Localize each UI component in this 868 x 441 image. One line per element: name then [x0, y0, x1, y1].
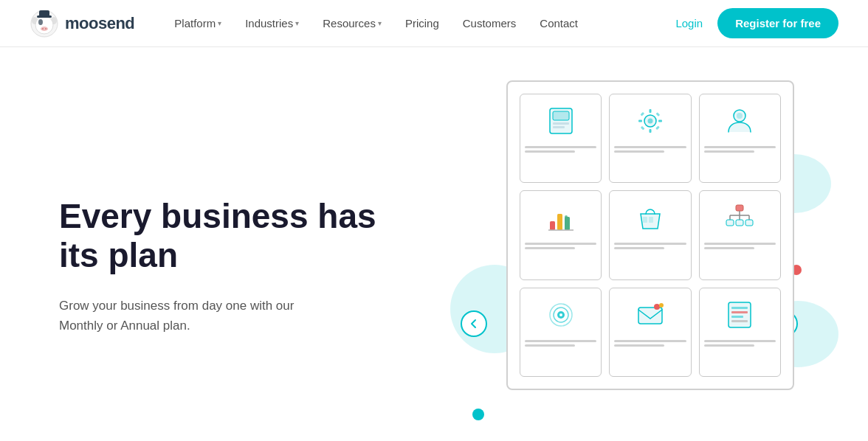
email-lines [614, 340, 686, 347]
content-lines [704, 340, 776, 347]
contacts-lines [704, 146, 776, 153]
line [704, 146, 776, 148]
ecommerce-lines [614, 243, 686, 249]
line [704, 344, 754, 347]
svg-rect-25 [550, 221, 555, 230]
svg-rect-41 [736, 220, 743, 226]
grid-item-analytics [520, 190, 602, 279]
grid-item-contacts [699, 94, 781, 183]
analytics-icon-area [525, 197, 596, 238]
contacts-icon-area [704, 100, 776, 142]
svg-rect-30 [643, 217, 647, 223]
svg-rect-15 [649, 109, 651, 113]
svg-rect-9 [39, 10, 49, 17]
nav-links: Platform ▾ Industries ▾ Resources ▾ Pric… [164, 11, 675, 35]
nav-customers[interactable]: Customers [452, 11, 527, 35]
svg-rect-21 [641, 126, 645, 131]
line [525, 243, 596, 245]
industries-chevron-icon: ▾ [295, 19, 299, 27]
grid-item-targeting [520, 288, 602, 377]
svg-rect-46 [638, 308, 662, 324]
settings-lines [614, 146, 686, 153]
svg-rect-26 [557, 214, 562, 230]
grid-item-content [699, 288, 781, 377]
line [525, 146, 596, 148]
login-link[interactable]: Login [675, 17, 703, 29]
nav-resources[interactable]: Resources ▾ [312, 11, 392, 35]
svg-rect-11 [553, 111, 569, 120]
line [525, 344, 575, 347]
automation-lines [704, 243, 776, 249]
nav-right: Login Register for free [675, 8, 838, 38]
svg-rect-51 [731, 311, 748, 313]
grid-item-template [520, 94, 602, 183]
svg-rect-16 [649, 129, 651, 133]
hero-title: Every business has its plan [59, 197, 399, 275]
template-icon-area [525, 100, 596, 142]
email-icon-area [614, 294, 686, 336]
line [614, 247, 664, 249]
svg-rect-17 [638, 120, 642, 122]
line [704, 340, 776, 342]
svg-rect-27 [565, 217, 570, 230]
line [614, 150, 664, 153]
navbar: moosend Platform ▾ Industries ▾ Resource… [0, 0, 868, 47]
hero-section: Every business has its plan Grow your bu… [0, 47, 868, 441]
svg-point-45 [559, 313, 562, 316]
svg-rect-38 [726, 220, 734, 226]
svg-rect-39 [745, 220, 753, 226]
automation-icon-area [704, 197, 776, 238]
svg-rect-49 [728, 302, 751, 327]
line [704, 247, 754, 249]
svg-point-6 [42, 28, 44, 29]
svg-rect-50 [731, 307, 748, 309]
line [614, 344, 664, 347]
line [614, 340, 686, 342]
content-icon-area [704, 294, 776, 336]
grid-item-email [609, 288, 691, 377]
nav-platform[interactable]: Platform ▾ [164, 11, 232, 35]
platform-chevron-icon: ▾ [218, 19, 221, 27]
svg-rect-32 [736, 205, 743, 211]
line [704, 243, 776, 245]
settings-icon-area [614, 100, 686, 142]
svg-rect-18 [658, 120, 662, 122]
nav-pricing[interactable]: Pricing [395, 11, 450, 35]
features-grid [506, 80, 794, 390]
prev-arrow-button[interactable] [461, 310, 487, 337]
svg-rect-20 [656, 112, 661, 117]
svg-point-14 [647, 119, 652, 124]
analytics-lines [525, 243, 596, 249]
ecommerce-icon-area [614, 197, 686, 238]
svg-point-24 [737, 113, 743, 119]
svg-rect-22 [655, 125, 660, 130]
template-lines [525, 146, 596, 153]
nav-industries[interactable]: Industries ▾ [235, 11, 309, 35]
hero-text: Every business has its plan Grow your bu… [59, 182, 399, 336]
svg-rect-53 [731, 320, 748, 322]
resources-chevron-icon: ▾ [378, 19, 382, 27]
register-button[interactable]: Register for free [717, 8, 838, 38]
svg-point-48 [659, 303, 664, 308]
nav-contact[interactable]: Contact [529, 11, 588, 35]
blue-dot [472, 409, 484, 420]
logo-link[interactable]: moosend [30, 9, 134, 38]
svg-point-7 [45, 28, 46, 29]
line [525, 247, 575, 249]
line [614, 146, 686, 148]
svg-point-4 [38, 19, 43, 25]
targeting-icon-area [525, 294, 596, 336]
svg-point-5 [41, 27, 48, 31]
grid-item-ecommerce [609, 190, 691, 279]
svg-point-3 [35, 16, 53, 34]
line [525, 340, 596, 342]
svg-point-47 [654, 304, 660, 310]
line [614, 243, 686, 245]
line [704, 150, 754, 153]
grid-item-automation [699, 190, 781, 279]
targeting-lines [525, 340, 596, 347]
svg-rect-13 [553, 126, 565, 128]
svg-rect-31 [649, 217, 653, 223]
grid-item-settings [609, 94, 691, 183]
hero-subtitle: Grow your business from day one with our… [59, 296, 325, 336]
